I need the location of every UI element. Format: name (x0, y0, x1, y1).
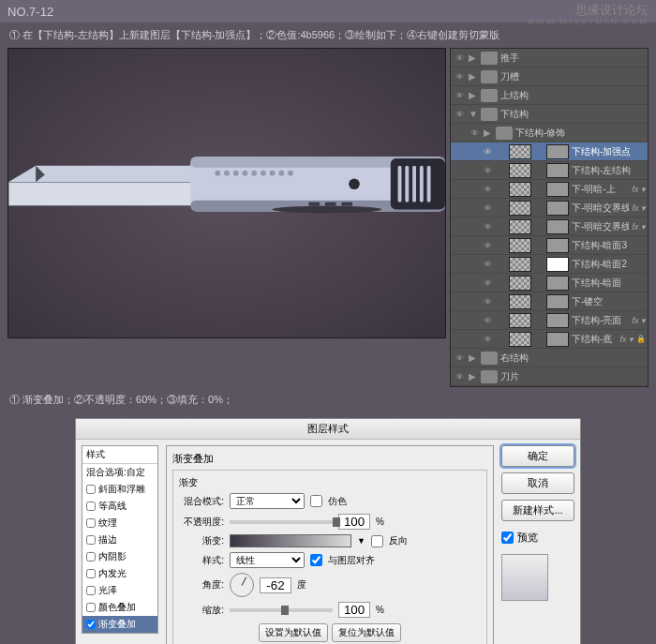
expand-arrow-icon[interactable]: ▶ (469, 71, 478, 82)
visibility-icon[interactable] (453, 52, 466, 65)
visibility-icon[interactable] (481, 258, 494, 271)
fx-badge[interactable]: fx ▾ (632, 222, 646, 232)
layer-name: 下结构-暗面2 (572, 258, 646, 271)
style-checkbox[interactable] (86, 620, 96, 629)
dither-label: 仿色 (328, 495, 347, 508)
layer-row[interactable]: 下结构-暗面3 (451, 236, 648, 255)
ok-button[interactable]: 确定 (501, 445, 574, 467)
visibility-icon[interactable] (481, 202, 494, 215)
folder-icon (481, 352, 498, 365)
style-checkbox[interactable] (86, 586, 96, 595)
canvas-preview[interactable] (7, 48, 446, 338)
layer-row[interactable]: 下结构-左结构 (451, 161, 648, 180)
svg-rect-10 (427, 166, 431, 202)
visibility-icon[interactable] (453, 89, 466, 102)
expand-arrow-icon[interactable]: ▶ (484, 127, 493, 138)
preview-checkbox[interactable] (501, 532, 514, 544)
visibility-icon[interactable] (481, 314, 494, 327)
visibility-icon[interactable] (468, 127, 481, 140)
style-checkbox[interactable] (86, 518, 96, 528)
style-list-item[interactable]: 内阴影 (82, 548, 157, 565)
layer-row[interactable]: 下结构-亮面 fx ▾ (451, 311, 648, 330)
style-list-item[interactable]: 内发光 (82, 565, 157, 582)
angle-input[interactable] (260, 577, 291, 593)
scale-slider[interactable] (230, 608, 333, 612)
layer-row[interactable]: ▶ 上结构 (451, 86, 648, 105)
layer-row[interactable]: ▶ 下结构-修饰 (451, 124, 648, 142)
dither-checkbox[interactable] (310, 495, 322, 507)
style-checkbox[interactable] (86, 603, 96, 612)
expand-arrow-icon[interactable]: ▶ (469, 52, 478, 63)
layer-row[interactable]: 下结构-底 fx ▾ 🔒 (451, 330, 648, 349)
visibility-icon[interactable] (481, 145, 494, 158)
style-list-item[interactable]: 光泽 (82, 582, 157, 599)
style-checkbox[interactable] (86, 535, 96, 545)
style-list-item[interactable]: 纹理 (82, 515, 157, 532)
svg-point-11 (215, 171, 220, 176)
layer-row[interactable]: ▼ 下结构 (451, 105, 648, 124)
reverse-checkbox[interactable] (371, 535, 383, 547)
layer-row[interactable]: ▶ 右结构 (451, 349, 648, 367)
blend-options-row[interactable]: 混合选项:自定 (82, 464, 157, 481)
visibility-icon[interactable] (481, 220, 494, 233)
style-label: 内发光 (98, 567, 127, 580)
style-list-item[interactable]: 等高线 (82, 498, 157, 515)
layers-panel[interactable]: ▶ 推手 ▶ 刀槽 ▶ 上结构 ▼ 下结构 ▶ 下结构-修饰 下结构-加强点 下… (450, 48, 649, 387)
style-list-item[interactable]: 描边 (82, 532, 157, 548)
fx-badge[interactable]: fx ▾ (632, 316, 646, 325)
style-list-item[interactable]: 颜色叠加 (82, 599, 157, 616)
opacity-slider[interactable]: .slider::after{left:var(--pos,50%);} (230, 520, 333, 524)
layer-row[interactable]: 下-明暗交界线 fx ▾ (451, 199, 648, 217)
scale-label: 缩放: (179, 604, 224, 617)
scale-input[interactable] (338, 602, 370, 618)
visibility-icon[interactable] (453, 352, 466, 365)
mask-thumb (509, 332, 531, 347)
svg-point-19 (288, 171, 293, 176)
layer-row[interactable]: ▶ 推手 (451, 49, 648, 67)
visibility-icon[interactable] (481, 333, 494, 346)
angle-dial[interactable] (230, 573, 254, 597)
reset-default-button[interactable]: 复位为默认值 (332, 623, 401, 642)
style-checkbox[interactable] (86, 552, 96, 562)
style-checkbox[interactable] (86, 569, 96, 578)
new-style-button[interactable]: 新建样式... (501, 500, 574, 521)
expand-arrow-icon[interactable]: ▶ (469, 371, 478, 382)
set-default-button[interactable]: 设置为默认值 (259, 623, 328, 642)
layer-row[interactable]: ▶ 刀槽 (451, 67, 648, 86)
expand-arrow-icon[interactable]: ▶ (469, 90, 478, 100)
style-list-item[interactable]: 渐变叠加 (82, 616, 157, 633)
style-select[interactable]: 线性 (230, 552, 305, 568)
visibility-icon[interactable] (453, 70, 466, 83)
expand-arrow-icon[interactable]: ▶ (469, 352, 478, 363)
expand-arrow-icon[interactable]: ▼ (469, 109, 478, 119)
layer-row[interactable]: 下-镂空 (451, 292, 648, 311)
layer-row[interactable]: ▶ 刀片 (451, 367, 648, 386)
visibility-icon[interactable] (453, 108, 466, 121)
style-checkbox[interactable] (86, 502, 96, 511)
folder-icon (481, 108, 498, 121)
align-checkbox[interactable] (310, 554, 322, 566)
fx-badge[interactable]: fx ▾ (632, 185, 646, 194)
visibility-icon[interactable] (453, 370, 466, 383)
cancel-button[interactable]: 取消 (501, 472, 574, 494)
visibility-icon[interactable] (481, 164, 494, 177)
style-checkbox[interactable] (86, 485, 96, 494)
layer-row[interactable]: 下结构-暗面2 (451, 255, 648, 274)
fx-badge[interactable]: fx ▾ (632, 203, 646, 213)
blend-mode-select[interactable]: 正常 (230, 493, 305, 509)
layer-name: 右结构 (500, 352, 646, 365)
visibility-icon[interactable] (481, 295, 494, 308)
fx-badge[interactable]: fx ▾ (619, 335, 634, 344)
visibility-icon[interactable] (481, 239, 494, 252)
layer-row[interactable]: 下结构-暗面 (451, 274, 648, 292)
svg-point-21 (273, 206, 382, 214)
layer-row[interactable]: 下-明暗-上 fx ▾ (451, 180, 648, 199)
visibility-icon[interactable] (481, 183, 494, 196)
visibility-icon[interactable] (481, 277, 494, 290)
gradient-preview[interactable] (230, 534, 351, 547)
style-list-item[interactable]: 斜面和浮雕 (82, 481, 157, 498)
folder-icon (481, 370, 498, 383)
layer-row[interactable]: 下结构-加强点 (451, 142, 648, 161)
opacity-input[interactable] (338, 514, 370, 530)
layer-row[interactable]: 下-明暗交界线2 fx ▾ (451, 217, 648, 236)
